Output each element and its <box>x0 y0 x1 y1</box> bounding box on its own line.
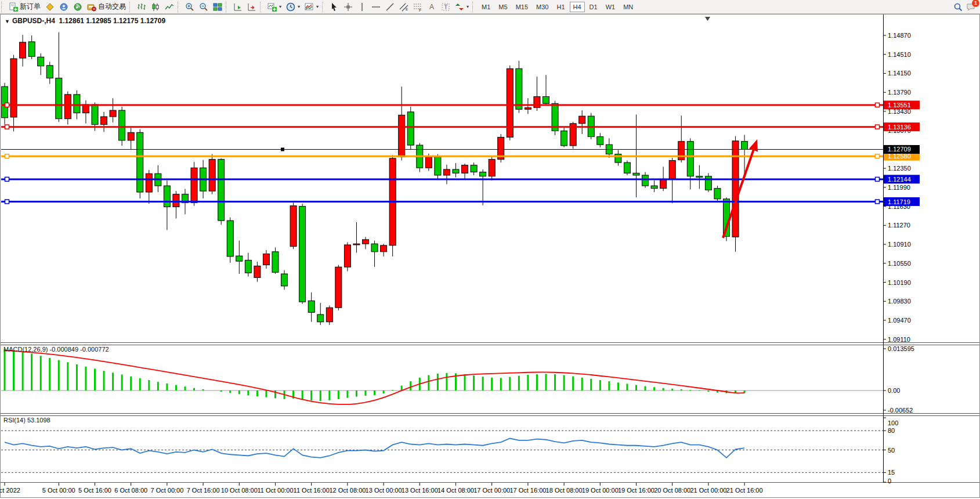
autotrading-button[interactable]: 自动交易 <box>85 1 128 13</box>
svg-text:1.13790: 1.13790 <box>888 89 911 96</box>
signals-icon <box>73 2 82 12</box>
chart-shift-button[interactable] <box>245 1 258 13</box>
notification-badge[interactable]: 1 <box>972 0 979 7</box>
cursor-tool-button[interactable] <box>328 1 341 13</box>
fibonacci-icon: F <box>413 2 422 12</box>
vertical-line-icon <box>357 2 367 12</box>
text-label-icon: T <box>441 2 450 12</box>
timeframe-mn-button[interactable]: MN <box>620 2 637 12</box>
line-chart-button[interactable] <box>163 1 176 13</box>
toolbar: 新订单 自动交易 <box>0 0 980 14</box>
indicators-button[interactable]: ▾ <box>303 1 320 13</box>
candlestick-chart-button[interactable] <box>149 1 162 13</box>
svg-text:1.11990: 1.11990 <box>888 184 910 191</box>
tile-windows-button[interactable] <box>211 1 224 13</box>
signals-button[interactable] <box>71 1 84 13</box>
svg-text:A: A <box>429 3 434 11</box>
svg-text:80: 80 <box>888 427 895 434</box>
text-icon: A <box>427 2 436 12</box>
auto-scroll-icon <box>233 2 243 12</box>
search-icon[interactable] <box>953 2 963 12</box>
svg-text:7 Oct 00:00: 7 Oct 00:00 <box>150 487 183 494</box>
horizontal-line-icon <box>371 2 381 12</box>
timeframe-h1-button[interactable]: H1 <box>553 2 568 12</box>
zoom-out-button[interactable] <box>197 1 210 13</box>
fibonacci-tool-button[interactable]: F <box>411 1 424 13</box>
svg-text:0.00: 0.00 <box>888 387 900 394</box>
label-tool-button[interactable]: T <box>439 1 452 13</box>
svg-text:19 Oct 16:00: 19 Oct 16:00 <box>618 487 654 494</box>
svg-text:50: 50 <box>888 447 895 454</box>
horizontal-line-tool-button[interactable] <box>370 1 382 13</box>
crosshair-icon <box>343 2 353 12</box>
timeframe-toolbar: M1M5M15M30H1H4D1W1MN <box>478 2 637 12</box>
vertical-line-tool-button[interactable] <box>356 1 368 13</box>
svg-text:0.013595: 0.013595 <box>888 345 914 352</box>
svg-text:T: T <box>444 3 448 10</box>
candlestick-chart-icon <box>151 2 160 12</box>
profiles-button[interactable]: ▾ <box>284 1 302 13</box>
svg-text:1.14510: 1.14510 <box>888 51 911 58</box>
line-chart-icon <box>165 2 174 12</box>
text-tool-button[interactable]: A <box>425 1 438 13</box>
bar-chart-button[interactable] <box>135 1 148 13</box>
svg-text:1.12580: 1.12580 <box>888 153 911 160</box>
arrows-tool-button[interactable]: ▾ <box>453 1 471 13</box>
svg-text:1.09830: 1.09830 <box>888 298 911 305</box>
toolbar-separator <box>322 2 325 12</box>
chart-title: ▼GBPUSD-,H4 1.12861 1.12985 1.12175 1.12… <box>5 17 165 25</box>
toolbar-separator <box>260 2 263 12</box>
svg-text:1.11270: 1.11270 <box>888 222 910 229</box>
toolbar-separator <box>178 2 180 12</box>
svg-text:17 Oct 16:00: 17 Oct 16:00 <box>509 487 546 494</box>
chart-title-text: GBPUSD-,H4 1.12861 1.12985 1.12175 1.127… <box>12 17 165 25</box>
zoom-in-button[interactable] <box>183 1 196 13</box>
timeframe-m15-button[interactable]: M15 <box>512 2 531 12</box>
svg-text:11 Oct 16:00: 11 Oct 16:00 <box>294 487 330 494</box>
svg-text:11 Oct 00:00: 11 Oct 00:00 <box>257 487 293 494</box>
market-button[interactable] <box>44 1 56 13</box>
timeframe-m30-button[interactable]: M30 <box>533 2 552 12</box>
timeframe-m1-button[interactable]: M1 <box>478 2 494 12</box>
svg-text:1.10910: 1.10910 <box>888 241 911 248</box>
toolbar-grip <box>1 2 4 12</box>
svg-text:1.13551: 1.13551 <box>888 102 911 109</box>
new-order-button[interactable]: 新订单 <box>7 1 42 13</box>
chart-shift-icon <box>247 2 256 12</box>
timeframe-d1-button[interactable]: D1 <box>586 2 601 12</box>
svg-text:1.11719: 1.11719 <box>888 198 910 205</box>
notifications[interactable]: 1 <box>966 2 975 12</box>
equidistant-channel-icon: E <box>399 2 408 12</box>
rsi-indicator-label: RSI(14) 53.1098 <box>3 417 50 424</box>
dropdown-caret-icon: ▾ <box>467 4 469 9</box>
svg-text:21 Oct 16:00: 21 Oct 16:00 <box>726 487 763 494</box>
zoom-out-icon <box>199 2 208 12</box>
timeframe-h4-button[interactable]: H4 <box>570 2 585 12</box>
market-icon <box>45 2 55 12</box>
trendline-tool-button[interactable] <box>384 1 396 13</box>
chart-canvas[interactable]: 1.148701.145101.141501.137901.134301.130… <box>0 0 980 499</box>
crosshair-tool-button[interactable] <box>342 1 355 13</box>
autotrading-icon <box>87 2 96 12</box>
trendline-icon <box>385 2 395 12</box>
new-chart-button[interactable]: ▾ <box>266 1 283 13</box>
auto-scroll-button[interactable] <box>232 1 244 13</box>
svg-text:19 Oct 00:00: 19 Oct 00:00 <box>582 487 619 494</box>
timeframe-w1-button[interactable]: W1 <box>602 2 619 12</box>
svg-text:1.14150: 1.14150 <box>888 70 911 77</box>
channel-tool-button[interactable]: E <box>397 1 410 13</box>
toolbar-separator <box>129 2 132 12</box>
timeframe-m5-button[interactable]: M5 <box>495 2 511 12</box>
cursor-icon <box>330 2 339 12</box>
svg-text:1.12709: 1.12709 <box>888 146 911 153</box>
svg-text:-0.00652: -0.00652 <box>888 407 913 414</box>
svg-text:1.10190: 1.10190 <box>888 279 911 286</box>
community-icon <box>59 2 68 12</box>
svg-text:17 Oct 00:00: 17 Oct 00:00 <box>473 487 510 494</box>
svg-text:5 Oct 00:00: 5 Oct 00:00 <box>42 487 75 494</box>
svg-text:0: 0 <box>888 478 891 484</box>
svg-text:5 Oct 16:00: 5 Oct 16:00 <box>78 487 111 494</box>
svg-text:1.12144: 1.12144 <box>888 176 911 183</box>
zoom-in-icon <box>185 2 194 12</box>
community-button[interactable] <box>57 1 70 13</box>
